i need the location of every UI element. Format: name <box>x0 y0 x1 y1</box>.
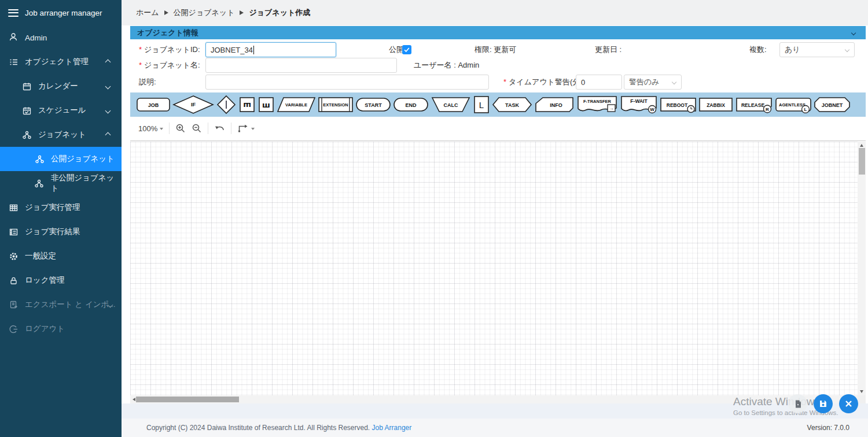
object-info-header[interactable]: オブジェクト情報 <box>130 26 866 39</box>
sidebar-item-job-exec-management[interactable]: ジョブ実行管理 <box>0 195 122 220</box>
horizontal-scroll-thumb[interactable] <box>136 397 239 402</box>
result-icon <box>9 228 18 236</box>
jobnet-grid-canvas[interactable] <box>130 142 858 395</box>
save-button[interactable] <box>814 394 833 413</box>
manual-button[interactable] <box>788 394 807 413</box>
sidebar-item-label: ジョブ実行管理 <box>25 202 80 213</box>
toolbar-divider <box>169 123 170 134</box>
sidebar-item-label: スケジュール <box>38 105 86 116</box>
footer: Copyright (C) 2024 Daiwa Institute of Re… <box>122 419 868 437</box>
user-icon <box>9 32 18 43</box>
chevron-down-icon <box>845 47 849 52</box>
scroll-down-arrow[interactable] <box>860 390 863 393</box>
horizontal-scrollbar[interactable] <box>130 395 858 403</box>
shape-agentless[interactable]: AGENTLESSL <box>775 96 812 113</box>
vertical-scroll-thumb[interactable] <box>859 148 865 175</box>
app-header: Job arranger manager <box>0 0 122 25</box>
shape-if[interactable]: IF <box>172 95 214 114</box>
timeout-input[interactable] <box>576 75 622 90</box>
svg-text:R: R <box>766 107 769 112</box>
svg-text:REBOOT: REBOOT <box>667 102 688 108</box>
shape-loop[interactable]: L <box>473 95 490 114</box>
timeout-mode-value: 警告のみ <box>629 77 660 87</box>
shape-task[interactable]: TASK <box>492 96 532 113</box>
app-window: Job arranger manager Admin オブジェクト管理 カレンダ… <box>0 0 868 437</box>
shape-reboot[interactable]: REBOOT <box>660 96 697 113</box>
multiple-select-value: あり <box>785 45 800 55</box>
svg-text:AGENTLESS: AGENTLESS <box>779 102 806 108</box>
caret-down-icon <box>160 128 163 130</box>
zoom-out-button[interactable] <box>192 123 202 134</box>
svg-text:EXTENSION: EXTENSION <box>323 102 348 108</box>
sidebar-item-label: ジョブネット <box>38 129 86 140</box>
shape-end[interactable]: END <box>393 96 429 113</box>
hamburger-menu-icon[interactable] <box>8 9 19 17</box>
shape-job[interactable]: JOB <box>136 96 171 113</box>
jobnet-id-label: *ジョブネットID: <box>139 42 200 57</box>
calendar-icon <box>22 82 31 91</box>
jobnet-name-input[interactable] <box>205 58 397 73</box>
shape-calc[interactable]: CALC <box>431 95 471 114</box>
canvas-toolbar: 100% <box>130 117 866 140</box>
jobnet-id-input[interactable]: JOBNET_34 <box>205 42 336 57</box>
sidebar-item-public-jobnet[interactable]: 公開ジョブネット <box>0 147 122 171</box>
collapse-chevron-icon[interactable] <box>851 30 856 35</box>
sidebar-item-private-jobnet[interactable]: 非公開ジョブネット <box>0 171 122 195</box>
caret-down-icon <box>251 128 255 130</box>
table-icon <box>9 203 18 212</box>
svg-text:F-WAIT: F-WAIT <box>630 98 648 104</box>
sidebar-item-export-import[interactable]: エクスポート と インポ... <box>0 292 122 317</box>
shape-start[interactable]: START <box>355 96 391 113</box>
timeout-mode-select[interactable]: 警告のみ <box>624 75 682 90</box>
sidebar-item-calendar[interactable]: カレンダー <box>0 74 122 98</box>
shape-parallel-start[interactable]: ш <box>238 96 256 113</box>
description-input[interactable] <box>205 75 489 90</box>
app-title: Job arranger manager <box>25 9 102 17</box>
shape-info[interactable]: INFO <box>534 96 575 113</box>
sidebar-item-label: エクスポート と インポ... <box>25 299 116 310</box>
sidebar-item-object-management[interactable]: オブジェクト管理 <box>0 50 122 74</box>
timeout-label: *タイムアウト警告(分): <box>503 75 584 90</box>
breadcrumb-home[interactable]: ホーム <box>136 8 159 18</box>
shape-extension[interactable]: EXTENSION <box>318 95 354 114</box>
shape-release[interactable]: RELEASER <box>735 96 773 113</box>
shape-conditional-end[interactable] <box>216 94 237 115</box>
undo-button[interactable] <box>214 124 225 133</box>
svg-text:IF: IF <box>191 102 196 108</box>
sidebar-item-schedule[interactable]: スケジュール <box>0 98 122 123</box>
shape-zabbix[interactable]: ZABBIX <box>698 96 733 113</box>
list-icon <box>9 58 18 66</box>
version-text: Version: 7.0.0 <box>807 424 849 432</box>
shape-f-transfer[interactable]: →F-TRANSFER <box>576 95 618 114</box>
zoom-level-dropdown[interactable]: 100% <box>138 124 163 133</box>
zoom-in-button[interactable] <box>175 123 186 134</box>
svg-text:ZABBIX: ZABBIX <box>707 102 725 108</box>
scroll-left-arrow[interactable] <box>133 398 135 401</box>
sidebar-item-jobnet[interactable]: ジョブネット <box>0 123 122 147</box>
svg-text:F-TRANSFER: F-TRANSFER <box>583 99 611 104</box>
sidebar-item-lock-management[interactable]: ロック管理 <box>0 268 122 292</box>
scroll-up-arrow[interactable] <box>860 144 863 147</box>
sidebar-item-job-exec-result[interactable]: ジョブ実行結果 <box>0 220 122 244</box>
jobnet-name-label: *ジョブネット名: <box>139 58 200 73</box>
breadcrumb-public-jobnet[interactable]: 公開ジョブネット <box>174 8 235 18</box>
shape-variable[interactable]: VARIABLE <box>277 96 316 113</box>
job-arranger-link[interactable]: Job Arranger <box>372 424 412 432</box>
network-icon <box>22 131 31 139</box>
user-name: Admin <box>25 34 47 42</box>
shape-jobnet[interactable]: JOBNET <box>814 96 851 113</box>
shape-f-wait[interactable]: WF-WAIT <box>620 95 658 114</box>
svg-text:CALC: CALC <box>444 102 458 108</box>
close-button[interactable] <box>839 394 858 413</box>
sidebar-user[interactable]: Admin <box>0 25 122 50</box>
vertical-scrollbar[interactable] <box>858 142 866 395</box>
sidebar-item-logout[interactable]: ログアウト <box>0 317 122 341</box>
connector-tool-button[interactable] <box>237 124 255 133</box>
lock-icon <box>9 276 18 285</box>
public-checkbox[interactable] <box>402 45 411 54</box>
multiple-select[interactable]: あり <box>779 42 855 57</box>
sidebar-item-general-settings[interactable]: 一般設定 <box>0 244 122 268</box>
shape-parallel-end[interactable]: ш <box>258 96 275 113</box>
sidebar-item-label: カレンダー <box>38 81 78 91</box>
sidebar-item-label: オブジェクト管理 <box>25 57 89 67</box>
